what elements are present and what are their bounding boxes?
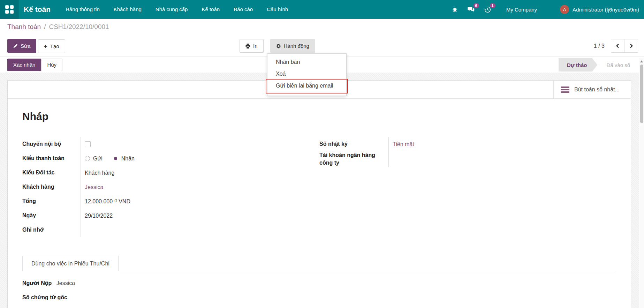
fields-right-column: Sổ nhật ký Tiền mặt Tài khoản ngân hàng … (319, 137, 616, 237)
internal-transfer-checkbox[interactable] (85, 141, 91, 147)
menu-item-accounting[interactable]: Kế toán (195, 0, 227, 19)
payment-type-receive-radio[interactable]: Nhận (113, 156, 135, 162)
field-internal-transfer: Chuyển nội bộ (22, 137, 319, 151)
user-avatar: A (560, 5, 569, 14)
edit-button[interactable]: Sửa (7, 39, 36, 53)
apps-menu-button[interactable] (0, 0, 19, 19)
confirm-button[interactable]: Xác nhận (7, 59, 41, 71)
cancel-button[interactable]: Hủy (41, 59, 62, 71)
notebook-tabs: Dùng cho việc in Phiếu Thu/Chi (22, 256, 616, 271)
menu-item-customers[interactable]: Khách hàng (107, 0, 149, 19)
field-original-document-number: Số chứng từ gốc (22, 294, 616, 301)
field-amount: Tổng 12.000.000 ₫ VND (22, 194, 319, 209)
pager-next-button[interactable] (624, 39, 638, 52)
scrollbar-up-arrow[interactable] (640, 60, 643, 62)
field-payment-type: Kiểu thanh toán Gửi Nhận (22, 151, 319, 166)
debug-bug-icon[interactable] (447, 0, 463, 19)
action-button[interactable]: Hành động (270, 39, 315, 53)
field-payer: Người Nộp Jessica (22, 280, 616, 286)
main-menu: Bảng thông tin Khách hàng Nhà cung cấp K… (59, 0, 295, 19)
hamburger-icon (561, 85, 569, 94)
document-state-title: Nháp (22, 111, 616, 122)
tab-print-receipt[interactable]: Dùng cho việc in Phiếu Thu/Chi (22, 256, 119, 271)
pencil-icon (13, 44, 18, 48)
field-journal: Sổ nhật ký Tiền mặt (319, 137, 616, 151)
user-menu[interactable]: A Administrator (fj6nyue0vi9m) (546, 5, 639, 14)
top-navbar: Kế toán Bảng thông tin Khách hàng Nhà cu… (0, 0, 644, 19)
customer-link[interactable]: Jessica (85, 184, 103, 190)
vertical-scrollbar[interactable] (639, 58, 644, 308)
action-dropdown-menu: Nhân bản Xoá Gửi biên lai bằng email (267, 53, 347, 96)
notebook: Dùng cho việc in Phiếu Thu/Chi Người Nộp… (22, 256, 616, 301)
center-buttons: In Hành động (240, 39, 315, 53)
pager-counter: 1 / 3 (594, 43, 605, 49)
menu-item-send-receipt-by-email[interactable]: Gửi biên lai bằng email (267, 80, 346, 92)
form-sheet: Bút toán sổ nhật... Nháp Chuyển nội bộ K… (7, 80, 631, 308)
user-name: Administrator (fj6nyue0vi9m) (573, 7, 639, 13)
company-switcher[interactable]: My Company (496, 7, 546, 13)
menu-item-dashboard[interactable]: Bảng thông tin (59, 0, 107, 19)
field-memo: Ghi nhớ (22, 223, 319, 237)
journal-link[interactable]: Tiền mặt (393, 141, 414, 148)
status-steps: Dự thảo Đã vào sổ (559, 58, 636, 72)
status-step-posted[interactable]: Đã vào sổ (597, 58, 636, 72)
systray: 6 1 My Company A Administrator (fj6nyue0… (447, 0, 644, 19)
apps-grid-icon (5, 5, 14, 14)
pager-previous-button[interactable] (611, 39, 624, 52)
field-company-bank-account: Tài khoản ngân hàng công ty (319, 151, 616, 167)
payment-type-send-radio[interactable]: Gửi (85, 156, 103, 162)
print-button[interactable]: In (240, 39, 264, 53)
odoo-screen: Kế toán Bảng thông tin Khách hàng Nhà cu… (0, 0, 644, 308)
content-area: Bút toán sổ nhật... Nháp Chuyển nội bộ K… (0, 73, 644, 308)
breadcrumb-current: CSH1/2022/10/0001 (49, 23, 109, 31)
field-partner-type: Kiểu Đối tác Khách hàng (22, 166, 319, 180)
radio-unchecked-icon (85, 156, 90, 161)
gear-icon (276, 44, 281, 48)
activities-icon[interactable]: 1 (479, 0, 496, 19)
messages-badge: 6 (473, 3, 479, 8)
plus-icon: + (44, 43, 47, 49)
menu-item-vendors[interactable]: Nhà cung cấp (149, 0, 195, 19)
menu-item-duplicate[interactable]: Nhân bản (267, 56, 346, 68)
menu-item-configuration[interactable]: Cấu hình (260, 0, 295, 19)
sheet-body: Nháp Chuyển nội bộ Kiểu thanh toán (8, 111, 631, 301)
status-step-draft[interactable]: Dự thảo (559, 58, 598, 72)
field-grid: Chuyển nội bộ Kiểu thanh toán Gửi (22, 137, 616, 237)
pager: 1 / 3 (594, 39, 638, 53)
notebook-body: Người Nộp Jessica Số chứng từ gốc (22, 271, 616, 301)
messages-icon[interactable]: 6 (463, 0, 479, 19)
journal-entries-button[interactable]: Bút toán sổ nhật... (553, 81, 631, 98)
menu-item-reports[interactable]: Báo cáo (227, 0, 260, 19)
radio-checked-icon (113, 156, 118, 161)
create-button[interactable]: + Tạo (38, 39, 65, 53)
breadcrumb: Thanh toán / CSH1/2022/10/0001 (0, 19, 644, 35)
scrollbar-thumb[interactable] (640, 65, 643, 123)
field-customer: Khách hàng Jessica (22, 180, 319, 194)
activities-badge: 1 (490, 3, 495, 8)
breadcrumb-separator: / (44, 23, 46, 31)
breadcrumb-parent-link[interactable]: Thanh toán (7, 23, 41, 31)
menu-item-delete[interactable]: Xoá (267, 68, 346, 80)
printer-icon (245, 44, 250, 48)
app-brand[interactable]: Kế toán (24, 5, 51, 14)
field-date: Ngày 29/10/2022 (22, 209, 319, 223)
fields-left-column: Chuyển nội bộ Kiểu thanh toán Gửi (22, 137, 319, 237)
